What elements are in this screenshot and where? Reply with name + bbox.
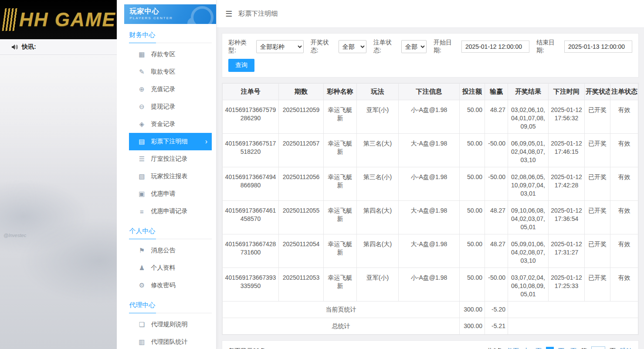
sidebar-item-withdrawal-records[interactable]: ⊖ 提现记录 bbox=[129, 98, 212, 115]
cell-win-loss: 48.27 bbox=[485, 234, 508, 268]
cell-win-loss: -50.00 bbox=[485, 268, 508, 302]
cell-bet-time: 2025-01-12 17:42:28 bbox=[549, 167, 585, 201]
cell-amount: 50.00 bbox=[460, 134, 485, 167]
col-header-bet-status: 注单状态 bbox=[610, 84, 638, 100]
players-center-title: 玩家中心 bbox=[129, 7, 217, 16]
col-header-lottery: 彩种名称 bbox=[324, 84, 357, 100]
cell-bet-info: 小-A盘@1.98 bbox=[399, 100, 460, 134]
sidebar-item-profile[interactable]: ♟ 个人资料 bbox=[129, 259, 212, 277]
sidebar-item-withdraw-zone[interactable]: ✎ 取款专区 bbox=[129, 63, 212, 81]
sidebar-item-recharge-records[interactable]: ⊕ 充值记录 bbox=[129, 81, 212, 98]
section-title-agent: 代理中心 bbox=[129, 301, 216, 313]
start-date-input[interactable] bbox=[461, 41, 529, 53]
cell-draw-status: 已开奖 bbox=[585, 134, 610, 167]
sidebar-item-deposit-zone[interactable]: ▦ 存款专区 bbox=[129, 46, 212, 63]
hall-bet-record-icon: ☰ bbox=[138, 155, 146, 163]
bet-status-label: 注单状态: bbox=[373, 39, 399, 54]
next-page-link[interactable]: 下一页 bbox=[558, 347, 576, 349]
cell-bet-id: 401569173667393335950 bbox=[223, 268, 279, 302]
cell-period: 20250112057 bbox=[279, 134, 324, 167]
sidebar-item-promo-apply-records[interactable]: ≡ 优惠申请记录 bbox=[129, 203, 212, 220]
col-header-play: 玩法 bbox=[357, 84, 399, 100]
sidebar-item-player-bet-report[interactable]: ▧ 玩家投注报表 bbox=[129, 168, 212, 185]
logo-bar: HH GAME bbox=[0, 0, 117, 39]
cell-bet-id: 401569173667517518220 bbox=[223, 134, 279, 167]
summary-empty bbox=[508, 302, 638, 318]
chevron-right-icon: › bbox=[205, 138, 207, 146]
draw-status-label: 开奖状态: bbox=[311, 39, 336, 54]
end-date-input[interactable] bbox=[564, 41, 632, 53]
cell-draw-result: 03,07,02,04,06,10,08,09,05,01 bbox=[508, 268, 549, 302]
cell-draw-result: 05,09,01,06,04,02,08,07,03,10 bbox=[508, 234, 549, 268]
deposit-icon: ▦ bbox=[138, 51, 146, 58]
bet-status-select[interactable]: 全部 bbox=[401, 40, 427, 53]
promo-apply-record-icon: ≡ bbox=[138, 208, 146, 215]
sidebar-item-label: 厅室投注记录 bbox=[151, 155, 187, 163]
sidebar-item-agent-rules[interactable]: ❏ 代理规则说明 bbox=[129, 316, 212, 333]
sidebar-item-label: 存款专区 bbox=[151, 51, 175, 58]
pagination-controls: 共6条 首页 上一页 1 下一页 第 页 跳转 bbox=[487, 346, 632, 349]
background-site: HH GAME 快讯: @Investec bbox=[0, 0, 117, 349]
profile-icon: ♟ bbox=[138, 264, 146, 272]
sidebar-item-lottery-bet-details[interactable]: ▤ 彩票下注明细 › bbox=[129, 133, 212, 150]
cell-draw-result: 02,08,06,05,10,09,07,04,03,01 bbox=[508, 167, 549, 201]
main-area: ☰ 彩票下注明细 彩种类型: 全部彩种 开奖状态: 全部 注单状态: 全部 bbox=[217, 0, 644, 349]
page-jump-input[interactable] bbox=[591, 346, 605, 349]
content: 彩种类型: 全部彩种 开奖状态: 全部 注单状态: 全部 开始日期: 结束日期: bbox=[217, 28, 644, 349]
section-rule bbox=[129, 239, 212, 239]
section-title-finance: 财务中心 bbox=[129, 31, 216, 43]
cell-lottery: 幸运飞艇新 bbox=[324, 100, 357, 134]
news-ticker-bar: 快讯: bbox=[0, 39, 117, 55]
team-stats-icon: ▥ bbox=[138, 338, 146, 346]
sidebar-item-label: 消息公告 bbox=[151, 247, 175, 254]
topbar: ☰ 彩票下注明细 bbox=[217, 0, 644, 28]
sidebar: 玩家中心 PLAYERS CENTER 财务中心 ▦ 存款专区 ✎ 取款专区 ⊕… bbox=[117, 0, 217, 349]
cell-lottery: 幸运飞艇新 bbox=[324, 134, 357, 167]
section-title-personal: 个人中心 bbox=[129, 227, 216, 239]
hamburger-icon[interactable]: ☰ bbox=[225, 9, 232, 19]
page-suffix-label: 页 bbox=[610, 347, 616, 349]
funds-record-icon: ◈ bbox=[138, 120, 146, 128]
cell-bet-id: 401569173667579286290 bbox=[223, 100, 279, 134]
filter-row: 彩种类型: 全部彩种 开奖状态: 全部 注单状态: 全部 开始日期: 结束日期: bbox=[228, 39, 632, 54]
col-header-period: 期数 bbox=[279, 84, 324, 100]
sidebar-item-hall-bet-records[interactable]: ☰ 厅室投注记录 bbox=[129, 150, 212, 168]
current-page-badge: 1 bbox=[546, 347, 554, 349]
pagination-bar: 每页显示20条 共6条 首页 上一页 1 下一页 第 页 跳转 bbox=[222, 340, 639, 349]
sidebar-item-messages[interactable]: ⚑ 消息公告 bbox=[129, 242, 212, 259]
sidebar-item-promo-apply[interactable]: ▣ 优惠申请 bbox=[129, 185, 212, 203]
sidebar-item-agent-team-stats[interactable]: ▥ 代理团队统计 bbox=[129, 333, 212, 349]
end-date-label: 结束日期: bbox=[536, 39, 562, 54]
cell-bet-status: 有效 bbox=[610, 201, 638, 234]
col-header-draw-status: 开奖状态 bbox=[585, 84, 610, 100]
sidebar-item-label: 代理规则说明 bbox=[151, 321, 187, 329]
draw-status-select[interactable]: 全部 bbox=[339, 40, 366, 53]
cell-bet-status: 有效 bbox=[610, 268, 638, 302]
bet-table-panel: 注单号 期数 彩种名称 玩法 下注信息 投注额 输赢 开奖结果 下注时间 开奖状… bbox=[222, 83, 639, 335]
query-button[interactable]: 查询 bbox=[228, 59, 254, 72]
sidebar-item-funds-records[interactable]: ◈ 资金记录 bbox=[129, 115, 212, 133]
sidebar-item-change-password[interactable]: ⚙ 修改密码 bbox=[129, 277, 212, 294]
jump-link[interactable]: 跳转 bbox=[620, 347, 632, 349]
cell-bet-status: 有效 bbox=[610, 100, 638, 134]
cell-lottery: 幸运飞艇新 bbox=[324, 201, 357, 234]
cell-bet-info: 小-A盘@1.98 bbox=[399, 268, 460, 302]
cell-draw-result: 09,10,06,08,04,02,03,07,05,01 bbox=[508, 201, 549, 234]
sidebar-item-label: 取款专区 bbox=[151, 68, 175, 76]
lottery-type-select[interactable]: 全部彩种 bbox=[256, 40, 304, 53]
app-root: HH GAME 快讯: @Investec 玩家中心 PLAYERS CENTE… bbox=[0, 0, 644, 349]
col-header-amount: 投注额 bbox=[460, 84, 485, 100]
recharge-record-icon: ⊕ bbox=[138, 85, 146, 93]
col-header-bet-id: 注单号 bbox=[223, 84, 279, 100]
prev-page-link[interactable]: 上一页 bbox=[523, 347, 542, 349]
col-header-bet-info: 下注信息 bbox=[399, 84, 460, 100]
summary-empty bbox=[508, 318, 638, 335]
summary-row-current-page: 当前页统计 300.00 -5.20 bbox=[223, 302, 638, 318]
cell-bet-info: 小-A盘@1.98 bbox=[399, 167, 460, 201]
news-label: 快讯: bbox=[22, 43, 36, 51]
summary-win-loss: -5.20 bbox=[485, 302, 508, 318]
page-prefix-label: 第 bbox=[581, 347, 587, 349]
photo-watermark: @Investec bbox=[3, 233, 26, 238]
lottery-type-label: 彩种类型: bbox=[228, 39, 254, 54]
first-page-link[interactable]: 首页 bbox=[507, 347, 519, 349]
